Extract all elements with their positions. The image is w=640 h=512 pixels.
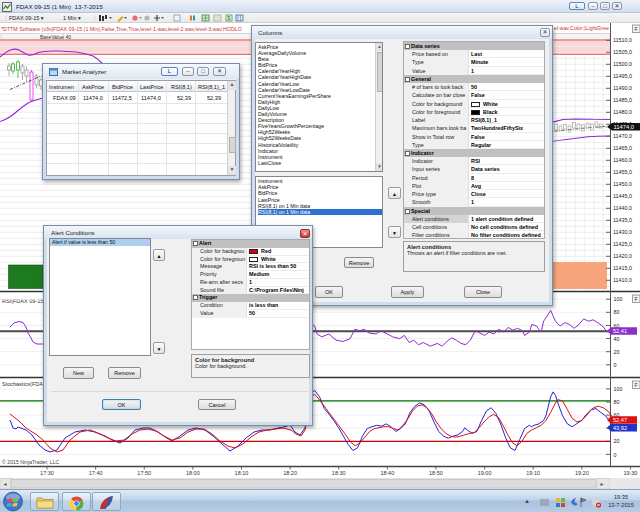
svg-text:11460,0: 11460,0 xyxy=(613,157,632,163)
svg-text:18:30: 18:30 xyxy=(332,470,346,476)
svg-text:18:40: 18:40 xyxy=(380,470,394,476)
svg-text:11450,0: 11450,0 xyxy=(613,181,632,187)
svg-text:17:40: 17:40 xyxy=(89,470,103,476)
svg-text:52,47: 52,47 xyxy=(613,417,627,423)
svg-text:▸: ▸ xyxy=(601,481,604,487)
svg-text:11505,0: 11505,0 xyxy=(613,49,632,55)
svg-text:17:50: 17:50 xyxy=(137,470,151,476)
svg-text:18:10: 18:10 xyxy=(235,470,249,476)
svg-text:19:20: 19:20 xyxy=(575,470,589,476)
svg-text:11465,0: 11465,0 xyxy=(613,145,632,151)
svg-text:40: 40 xyxy=(614,336,620,342)
svg-text:11485,0: 11485,0 xyxy=(613,97,632,103)
svg-text:43,92: 43,92 xyxy=(613,425,627,431)
svg-text:11470,0: 11470,0 xyxy=(613,133,632,139)
svg-text:◂: ◂ xyxy=(4,481,7,487)
svg-text:11495,0: 11495,0 xyxy=(613,73,632,79)
svg-text:11415,0: 11415,0 xyxy=(613,265,632,271)
svg-text:18:20: 18:20 xyxy=(283,470,297,476)
svg-text:40: 40 xyxy=(66,34,72,40)
svg-text:*DTTM Software (v3x|FDAX 09-15: *DTTM Software (v3x|FDAX 09-15 (1 Min),F… xyxy=(1,26,242,32)
svg-text:el.wav,Color;|LightGree: el.wav,Color;|LightGree xyxy=(554,25,609,31)
svg-text:19:10: 19:10 xyxy=(526,470,540,476)
svg-text:11420,0: 11420,0 xyxy=(613,253,632,259)
svg-text:11455,0: 11455,0 xyxy=(613,169,632,175)
svg-text:BaseValue: BaseValue xyxy=(40,34,64,40)
svg-text:11410,0: 11410,0 xyxy=(613,277,632,283)
svg-text:11480,0: 11480,0 xyxy=(613,109,632,115)
svg-text:© 2015 NinjaTrader, LLC: © 2015 NinjaTrader, LLC xyxy=(2,459,60,465)
svg-text:19:30: 19:30 xyxy=(624,470,638,476)
svg-text:11490,0: 11490,0 xyxy=(613,85,632,91)
svg-text:11440,0: 11440,0 xyxy=(613,205,632,211)
svg-text:80: 80 xyxy=(614,309,620,315)
svg-text:20: 20 xyxy=(614,438,620,444)
svg-text:100: 100 xyxy=(614,386,623,392)
svg-text:18:00: 18:00 xyxy=(186,470,200,476)
svg-text:80: 80 xyxy=(614,399,620,405)
svg-text:0: 0 xyxy=(614,452,617,458)
svg-text:11474,0: 11474,0 xyxy=(614,124,635,130)
svg-text:20: 20 xyxy=(614,349,620,355)
svg-text:100: 100 xyxy=(614,296,623,302)
svg-text:11445,0: 11445,0 xyxy=(613,193,632,199)
svg-text:19:00: 19:00 xyxy=(478,470,492,476)
svg-text:52,41: 52,41 xyxy=(613,328,627,334)
svg-text:11435,0: 11435,0 xyxy=(613,217,632,223)
svg-text:0: 0 xyxy=(614,362,617,368)
svg-text:11430,0: 11430,0 xyxy=(613,229,632,235)
svg-text:11500,0: 11500,0 xyxy=(613,61,632,67)
svg-text:11510,0: 11510,0 xyxy=(613,37,632,43)
svg-text:17:30: 17:30 xyxy=(40,470,54,476)
svg-text:11425,0: 11425,0 xyxy=(613,241,632,247)
svg-text:18:50: 18:50 xyxy=(429,470,443,476)
